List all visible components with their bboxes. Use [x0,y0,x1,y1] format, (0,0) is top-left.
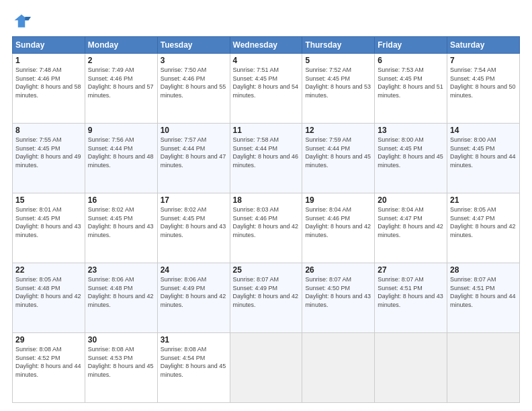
sunset-label: Sunset: 4:44 PM [233,145,278,152]
day-info: Sunrise: 8:00 AM Sunset: 4:45 PM Dayligh… [450,136,517,169]
sunset-label: Sunset: 4:45 PM [450,145,495,152]
day-info: Sunrise: 8:06 AM Sunset: 4:48 PM Dayligh… [88,275,154,309]
day-info: Sunrise: 8:02 AM Sunset: 4:45 PM Dayligh… [88,205,154,239]
calendar-day-cell: 26 Sunrise: 8:07 AM Sunset: 4:50 PM Dayl… [302,263,375,333]
calendar-day-cell: 8 Sunrise: 7:55 AM Sunset: 4:45 PM Dayli… [13,124,85,193]
daylight-label: Daylight: 8 hours and 43 minutes. [161,223,226,238]
sunset-label: Sunset: 4:48 PM [88,285,133,291]
sunset-label: Sunset: 4:45 PM [15,215,60,222]
calendar-day-cell: 28 Sunrise: 8:07 AM Sunset: 4:51 PM Dayl… [447,263,520,333]
sunset-label: Sunset: 4:45 PM [88,215,133,222]
sunset-label: Sunset: 4:44 PM [88,145,133,152]
sunrise-label: Sunrise: 8:07 AM [233,276,279,283]
sunset-label: Sunset: 4:54 PM [161,355,206,361]
sunrise-label: Sunrise: 8:04 AM [378,206,424,213]
day-info: Sunrise: 8:07 AM Sunset: 4:50 PM Dayligh… [305,275,371,309]
calendar-day-cell: 25 Sunrise: 8:07 AM Sunset: 4:49 PM Dayl… [230,263,302,333]
calendar-header-row: SundayMondayTuesdayWednesdayThursdayFrid… [13,37,520,54]
day-info: Sunrise: 8:07 AM Sunset: 4:51 PM Dayligh… [378,275,444,309]
calendar-day-cell: 1 Sunrise: 7:48 AM Sunset: 4:46 PM Dayli… [13,54,85,124]
calendar-day-cell: 31 Sunrise: 8:08 AM Sunset: 4:54 PM Dayl… [157,333,230,403]
day-info: Sunrise: 7:51 AM Sunset: 4:45 PM Dayligh… [233,66,300,99]
daylight-label: Daylight: 8 hours and 57 minutes. [88,83,154,99]
sunrise-label: Sunrise: 8:08 AM [88,346,134,353]
day-info: Sunrise: 7:58 AM Sunset: 4:44 PM Dayligh… [233,136,300,169]
day-number: 16 [88,195,154,205]
day-number: 14 [450,126,517,135]
sunset-label: Sunset: 4:53 PM [88,355,133,361]
daylight-label: Daylight: 8 hours and 44 minutes. [15,363,81,378]
day-info: Sunrise: 7:56 AM Sunset: 4:44 PM Dayligh… [88,136,154,169]
day-number: 12 [305,126,371,135]
calendar-week-row: 29 Sunrise: 8:08 AM Sunset: 4:52 PM Dayl… [13,333,520,403]
day-info: Sunrise: 8:05 AM Sunset: 4:48 PM Dayligh… [15,275,82,309]
day-number: 27 [378,265,444,275]
calendar-day-cell: 6 Sunrise: 7:53 AM Sunset: 4:45 PM Dayli… [375,54,447,124]
sunrise-label: Sunrise: 7:55 AM [15,136,62,143]
sunrise-label: Sunrise: 8:08 AM [15,346,62,353]
sunrise-label: Sunrise: 8:00 AM [378,136,424,143]
sunset-label: Sunset: 4:46 PM [15,75,60,82]
day-number: 15 [15,195,82,205]
daylight-label: Daylight: 8 hours and 47 minutes. [161,153,226,169]
day-number: 5 [305,56,371,65]
day-header: Tuesday [157,37,230,54]
sunset-label: Sunset: 4:45 PM [305,75,350,82]
calendar-day-cell: 22 Sunrise: 8:05 AM Sunset: 4:48 PM Dayl… [13,263,85,333]
sunset-label: Sunset: 4:47 PM [378,215,423,222]
day-info: Sunrise: 7:54 AM Sunset: 4:45 PM Dayligh… [450,66,517,99]
daylight-label: Daylight: 8 hours and 45 minutes. [305,153,371,169]
sunrise-label: Sunrise: 8:02 AM [88,206,134,213]
sunset-label: Sunset: 4:45 PM [161,215,206,222]
day-number: 9 [88,126,154,135]
sunrise-label: Sunrise: 8:04 AM [305,206,351,213]
daylight-label: Daylight: 8 hours and 44 minutes. [450,293,516,308]
sunrise-label: Sunrise: 8:07 AM [450,276,496,283]
day-number: 25 [233,265,300,275]
daylight-label: Daylight: 8 hours and 46 minutes. [233,153,299,169]
day-number: 18 [233,195,300,205]
calendar-day-cell: 2 Sunrise: 7:49 AM Sunset: 4:46 PM Dayli… [85,54,157,124]
day-number: 28 [450,265,517,275]
daylight-label: Daylight: 8 hours and 43 minutes. [15,223,81,238]
sunset-label: Sunset: 4:45 PM [450,75,495,82]
calendar-day-cell: 20 Sunrise: 8:04 AM Sunset: 4:47 PM Dayl… [375,193,447,263]
sunset-label: Sunset: 4:49 PM [233,285,278,291]
daylight-label: Daylight: 8 hours and 42 minutes. [305,223,371,238]
calendar-day-cell: 29 Sunrise: 8:08 AM Sunset: 4:52 PM Dayl… [13,333,85,403]
day-number: 2 [88,56,154,65]
sunset-label: Sunset: 4:44 PM [305,145,350,152]
day-number: 3 [161,56,227,65]
sunrise-label: Sunrise: 7:58 AM [233,136,279,143]
sunrise-label: Sunrise: 7:48 AM [15,66,62,73]
day-info: Sunrise: 7:53 AM Sunset: 4:45 PM Dayligh… [378,66,444,99]
day-info: Sunrise: 8:03 AM Sunset: 4:46 PM Dayligh… [233,205,300,239]
sunset-label: Sunset: 4:46 PM [161,75,206,82]
sunrise-label: Sunrise: 7:51 AM [233,66,279,73]
calendar-day-cell: 30 Sunrise: 8:08 AM Sunset: 4:53 PM Dayl… [85,333,157,403]
day-header: Wednesday [230,37,302,54]
sunset-label: Sunset: 4:46 PM [88,75,133,82]
daylight-label: Daylight: 8 hours and 44 minutes. [450,153,516,169]
sunrise-label: Sunrise: 7:59 AM [305,136,351,143]
day-header: Monday [85,37,157,54]
sunrise-label: Sunrise: 7:53 AM [378,66,424,73]
day-number: 8 [15,126,82,135]
sunset-label: Sunset: 4:51 PM [378,285,423,291]
sunrise-label: Sunrise: 8:02 AM [161,206,207,213]
sunrise-label: Sunrise: 8:08 AM [161,346,207,353]
day-info: Sunrise: 8:08 AM Sunset: 4:52 PM Dayligh… [15,345,82,379]
calendar-day-cell: 14 Sunrise: 8:00 AM Sunset: 4:45 PM Dayl… [447,124,520,193]
calendar-day-cell: 13 Sunrise: 8:00 AM Sunset: 4:45 PM Dayl… [375,124,447,193]
sunrise-label: Sunrise: 8:07 AM [378,276,424,283]
day-number: 7 [450,56,517,65]
calendar-day-cell: 27 Sunrise: 8:07 AM Sunset: 4:51 PM Dayl… [375,263,447,333]
daylight-label: Daylight: 8 hours and 42 minutes. [450,223,516,238]
calendar-day-cell: 10 Sunrise: 7:57 AM Sunset: 4:44 PM Dayl… [157,124,230,193]
sunset-label: Sunset: 4:45 PM [15,145,60,152]
header [12,12,520,31]
day-number: 6 [378,56,444,65]
sunset-label: Sunset: 4:45 PM [378,75,423,82]
day-number: 17 [161,195,227,205]
daylight-label: Daylight: 8 hours and 45 minutes. [378,153,443,169]
